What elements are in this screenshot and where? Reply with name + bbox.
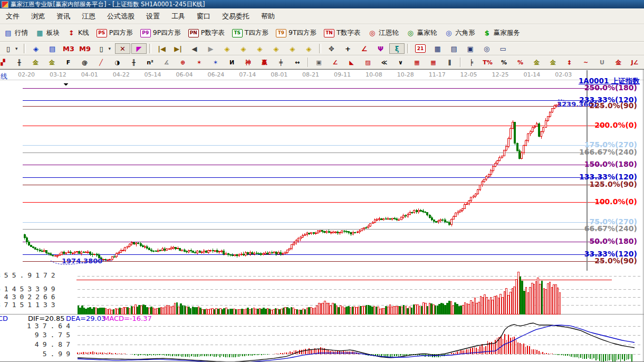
ying-tool[interactable]: 赢 xyxy=(257,57,272,68)
nine-p-square-button[interactable]: P99P四方形 xyxy=(137,27,184,39)
quote-button[interactable]: ▤行情 xyxy=(1,27,31,39)
diamond-expand-button-icon: ◈ xyxy=(255,44,264,53)
angle-measure-tool[interactable]: ∠ xyxy=(357,43,372,54)
menu-item-9[interactable]: 帮助 xyxy=(255,10,281,23)
gann-shapes-button[interactable]: ◈ xyxy=(28,43,44,54)
scale-ruler-tool[interactable]: ╫ xyxy=(126,57,141,68)
volume-profile-tool[interactable]: ◤ xyxy=(131,43,147,54)
macd-scale-0: 137.64 xyxy=(0,322,74,330)
winner-service-button[interactable]: $赢家服务 xyxy=(479,27,523,39)
ruler-123-tool[interactable]: ╪ xyxy=(273,57,289,68)
sectors-button[interactable]: ▦板块 xyxy=(32,27,63,39)
pen-tool[interactable]: ╱ xyxy=(93,57,109,68)
info-list-button[interactable]: ▤ xyxy=(45,43,60,54)
first-page-button[interactable]: |◀ xyxy=(154,43,169,54)
spiral-tool[interactable]: @ xyxy=(77,57,92,68)
kline-button[interactable]: ↕K线 xyxy=(64,27,92,39)
grid-fan-box-tool[interactable]: ▨ xyxy=(360,57,376,68)
p-square-button[interactable]: PSP四方形 xyxy=(93,27,136,39)
diamond-expand-button[interactable]: ◈ xyxy=(252,43,267,54)
gold-underline-tool[interactable]: 金 xyxy=(611,57,626,68)
gann-fan-box-tool[interactable]: ◣ xyxy=(344,57,359,68)
candle-type-combo[interactable]: ▯▾ xyxy=(94,43,114,54)
gold-circle-tool[interactable]: 金 xyxy=(529,57,544,68)
date-tick-08-21: 08-21 xyxy=(300,71,322,78)
crosshair-tool[interactable]: + xyxy=(340,43,355,54)
save-button[interactable]: ▣ xyxy=(463,43,478,54)
spider-web-red-tool[interactable]: ✶ xyxy=(191,57,207,68)
diamond-compress-button-icon: ◈ xyxy=(272,44,281,53)
gold-ratio-ruler-tool[interactable]: 金 xyxy=(28,57,43,68)
clipped-tool[interactable]: ▞ xyxy=(0,57,11,68)
candle-style-combo[interactable]: ▯▾ xyxy=(1,43,21,54)
kline-9-button[interactable]: M9 xyxy=(78,43,93,54)
wave-percent-tool[interactable]: ~ xyxy=(578,57,593,68)
percent-t-tool[interactable]: T% xyxy=(480,57,495,68)
menu-item-3[interactable]: 江恩 xyxy=(76,10,101,23)
prev-page-button[interactable]: ◀ xyxy=(187,43,202,54)
measure-pen-tool[interactable]: ‡ xyxy=(562,57,577,68)
cup-tool[interactable]: U xyxy=(594,57,610,68)
wave-tool[interactable]: ξ xyxy=(389,43,405,54)
diamond-all-button[interactable]: ◈ xyxy=(301,43,316,54)
red-grid-tool[interactable]: ▦ xyxy=(409,57,425,68)
compass-target-tool[interactable]: ⊕ xyxy=(175,57,190,68)
spiral-tool-icon: @ xyxy=(80,58,89,66)
winner-wheel-button[interactable]: ◎赢家轮 xyxy=(403,27,440,39)
diamond-compress-button[interactable]: ◈ xyxy=(268,43,284,54)
menu-item-6[interactable]: 工具 xyxy=(166,10,191,23)
menu-item-8[interactable]: 交易委托 xyxy=(216,10,255,23)
red-grid-arrow-tool[interactable]: ▦ xyxy=(426,57,441,68)
shen-tool[interactable]: 神 xyxy=(241,57,256,68)
gann-box-tool[interactable]: ✕ xyxy=(115,43,130,54)
calendar-button[interactable]: 21 xyxy=(412,43,429,54)
span-arrows-tool[interactable]: ↔ xyxy=(290,57,305,68)
kline-3-button[interactable]: M3 xyxy=(61,43,76,54)
next-page-button[interactable]: ▶ xyxy=(203,43,218,54)
menu-item-7[interactable]: 窗口 xyxy=(191,10,216,23)
fib-ruler-tool[interactable]: F xyxy=(61,57,76,68)
hexagon-button[interactable]: ◎六角形 xyxy=(441,27,478,39)
menu-item-1[interactable]: 浏览 xyxy=(25,10,51,23)
last-page-button[interactable]: ▶| xyxy=(170,43,186,54)
menu-item-2[interactable]: 资讯 xyxy=(51,10,76,23)
parallel-lines-tool[interactable]: ∥ xyxy=(442,57,457,68)
menu-item-0[interactable]: 文件 xyxy=(0,10,25,23)
menu-item-5[interactable]: 设置 xyxy=(140,10,166,23)
gold-lines-tool[interactable]: 金 xyxy=(545,57,561,68)
wave-mark-tool[interactable]: И xyxy=(224,57,239,68)
gann-fan-tool[interactable]: ∠ xyxy=(328,57,343,68)
box-measure-tool[interactable]: ▣ xyxy=(311,57,326,68)
diamond-left-button[interactable]: ◈ xyxy=(219,43,235,54)
export-button[interactable]: ◎ xyxy=(479,43,494,54)
fan-lines-tool[interactable]: ≪ xyxy=(377,57,392,68)
notepad-button[interactable]: ▤ xyxy=(446,43,462,54)
gann-level-225.0%(90): 225.0%(90) xyxy=(589,101,637,110)
cycle-circle-tool[interactable]: ◑ xyxy=(110,57,125,68)
time-ruler-tool[interactable]: ╫ xyxy=(12,57,27,68)
chart-area[interactable]: 线 1A0001 上证指数 3239.3601 1974.3800 MACD D… xyxy=(0,69,644,362)
j-angle-tool[interactable]: J∠ xyxy=(627,57,642,68)
price-ruler-tool[interactable]: ╞ xyxy=(464,57,479,68)
gann-ruler-tool[interactable]: Ψ xyxy=(373,43,388,54)
diamond-cross-button[interactable]: ◈ xyxy=(285,43,300,54)
nine-t-square-button[interactable]: T99T四方形 xyxy=(273,27,320,39)
percent-tool[interactable]: % xyxy=(496,57,512,68)
p-number-table-button[interactable]: PNP数字表 xyxy=(185,27,228,39)
menu-item-4[interactable]: 公式选股 xyxy=(101,10,140,23)
t-number-table-button[interactable]: TNT数字表 xyxy=(321,27,363,39)
gann-wheel-button[interactable]: ◎江恩轮 xyxy=(364,27,402,39)
diamond-right-button[interactable]: ◈ xyxy=(236,43,251,54)
hand-tool[interactable]: ✥ xyxy=(324,43,339,54)
percent-line-tool[interactable]: % xyxy=(513,57,528,68)
candle-style-combo-arrow: ▾ xyxy=(15,46,18,51)
print-button[interactable]: ▭ xyxy=(495,43,511,54)
volume-profile-tool-icon: ◤ xyxy=(134,44,143,53)
gold-ratio-ruler2-tool[interactable]: 金 xyxy=(44,57,60,68)
spider-web-blue-tool[interactable]: ✶ xyxy=(208,57,223,68)
zigzag-lines-tool[interactable]: ∨ xyxy=(393,57,408,68)
t-square-button[interactable]: TST四方形 xyxy=(229,27,272,39)
angle-gauge-tool[interactable]: ∡ xyxy=(159,57,174,68)
n-square-tool[interactable]: n² xyxy=(142,57,158,68)
calculator-button[interactable]: ▦ xyxy=(430,43,445,54)
